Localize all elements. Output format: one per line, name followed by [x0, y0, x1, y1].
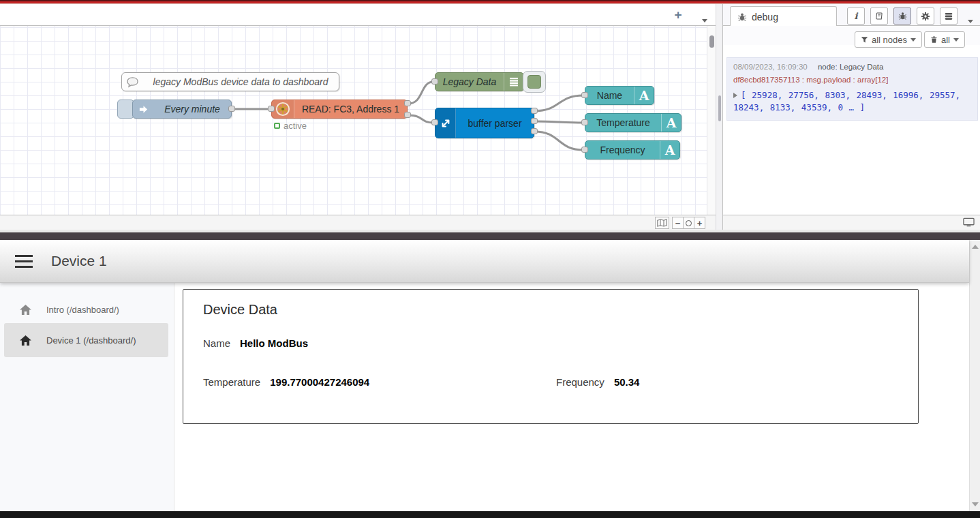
screen: + legacy ModBus device data to dashboard [0, 0, 980, 518]
canvas-vertical-scrollbar[interactable] [707, 26, 716, 215]
comment-node[interactable]: legacy ModBus device data to dashboard [121, 72, 339, 91]
zoom-out-button[interactable]: − [672, 217, 684, 229]
debug-filter-button[interactable]: all nodes [855, 31, 922, 48]
canvas-scroll-thumb[interactable] [709, 35, 714, 48]
debug-enable-toggle-state [527, 75, 541, 89]
scroll-up-arrow[interactable] [972, 245, 979, 249]
zoom-in-button[interactable]: + [694, 217, 705, 229]
editor-tab-bar: + [0, 4, 716, 26]
field-value: Hello ModBus [240, 337, 308, 349]
inject-output-port[interactable] [228, 106, 235, 112]
debug-enable-toggle[interactable] [523, 71, 546, 93]
ui-frequency-input-port[interactable] [581, 147, 588, 153]
debug-filter-label: all nodes [872, 35, 907, 45]
parser-output-port-3[interactable] [531, 128, 538, 134]
text-a-icon: A [661, 114, 681, 132]
debug-message[interactable]: 08/09/2023, 16:09:30 node: Legacy Data d… [726, 57, 978, 121]
debug-filter-bar: all nodes all [723, 26, 980, 45]
field-frequency: Frequency50.34 [556, 376, 639, 388]
zoom-reset-icon [686, 220, 692, 226]
expand-arrows-icon [435, 108, 456, 138]
debug-sidebar-button[interactable] [893, 7, 911, 25]
debug-msg-payload[interactable]: [ 25928, 27756, 8303, 28493, 16996, 2955… [733, 89, 973, 114]
ui-text-node-name[interactable]: Name A [585, 86, 654, 105]
bug-icon [898, 12, 907, 20]
dashboard-header: Device 1 [0, 240, 969, 283]
flow-list-caret-icon[interactable] [702, 13, 707, 25]
splitter-grip[interactable] [718, 95, 721, 121]
parser-input-port[interactable] [431, 119, 438, 125]
chevron-down-icon [953, 38, 959, 42]
chevron-down-icon [910, 38, 916, 42]
field-name: NameHello ModBus [203, 337, 308, 349]
zoom-reset-button[interactable] [683, 217, 694, 229]
sidebar-menu-caret-icon[interactable] [968, 14, 973, 26]
nav-item-intro[interactable]: Intro (/dashboard/) [4, 292, 168, 326]
ui-name-input-port[interactable] [581, 92, 588, 98]
config-nodes-button[interactable] [917, 7, 934, 25]
ui-text-node-temperature[interactable]: Temperature A [585, 113, 682, 132]
context-data-button[interactable] [940, 7, 958, 25]
device-data-card: Device Data NameHello ModBus Temperature… [183, 289, 919, 424]
scroll-down-arrow[interactable] [972, 502, 979, 506]
modbus-read-label: READ: FC3, Address 1 [294, 104, 407, 115]
modbus-read-node[interactable]: READ: FC3, Address 1 [271, 100, 408, 119]
modbus-read-output-port-1[interactable] [404, 100, 411, 106]
add-flow-button[interactable]: + [669, 7, 687, 23]
parser-output-port-1[interactable] [531, 108, 538, 114]
ui-text-label: Name [585, 90, 634, 101]
inject-arrow-icon [133, 100, 153, 118]
nav-item-label: Device 1 (/dashboard/) [46, 335, 136, 346]
field-value: 199.77000427246094 [270, 376, 369, 388]
modbus-icon [272, 100, 294, 118]
window-bottom-edge [0, 511, 980, 518]
dashboard-scrollbar[interactable] [969, 240, 980, 511]
sidebar-splitter[interactable] [716, 4, 722, 230]
debug-msg-node-ref[interactable]: node: Legacy Data [818, 63, 884, 71]
parser-output-port-2[interactable] [531, 118, 538, 124]
modbus-read-status: active [274, 121, 307, 130]
modbus-read-input-port[interactable] [268, 106, 275, 112]
debug-clear-button[interactable]: all [924, 31, 965, 48]
gear-icon [921, 12, 930, 21]
ui-temperature-input-port[interactable] [581, 119, 588, 125]
field-value: 50.34 [614, 376, 640, 388]
bug-icon [737, 12, 747, 22]
nav-item-device-1[interactable]: Device 1 (/dashboard/) [4, 323, 168, 357]
card-title: Device Data [203, 302, 277, 318]
status-label: active [284, 121, 307, 131]
dashboard-title: Device 1 [51, 253, 107, 269]
map-icon [657, 219, 667, 227]
debug-node-label: Legacy Data [435, 76, 504, 87]
field-label: Temperature [203, 376, 260, 388]
open-in-window-button[interactable] [963, 217, 975, 230]
expand-caret-icon[interactable] [733, 93, 737, 98]
book-icon [875, 12, 884, 20]
inject-node-label: Every minute [153, 104, 231, 115]
info-sidebar-button[interactable]: i [847, 7, 865, 25]
buffer-parser-label: buffer parser [456, 118, 534, 129]
field-label: Name [203, 337, 230, 349]
trash-icon [930, 35, 938, 44]
debug-node-input-port[interactable] [431, 78, 438, 85]
inject-node[interactable]: Every minute [132, 100, 232, 119]
debug-node-legacy-data[interactable]: Legacy Data [435, 72, 524, 91]
speech-bubble-icon [122, 73, 142, 91]
debug-msg-timestamp: 08/09/2023, 16:09:30 [733, 63, 808, 71]
sidebar-footer [722, 215, 980, 230]
help-sidebar-button[interactable] [870, 7, 888, 25]
field-temperature: Temperature199.77000427246094 [203, 376, 369, 388]
buffer-parser-node[interactable]: buffer parser [435, 108, 534, 138]
modbus-read-output-port-2[interactable] [404, 112, 411, 118]
tab-debug-label: debug [752, 12, 778, 22]
dashboard-nav-sidebar: Intro (/dashboard/) Device 1 (/dashboard… [0, 283, 174, 511]
tab-debug[interactable]: debug [730, 6, 837, 27]
flow-canvas[interactable]: legacy ModBus device data to dashboard E… [0, 26, 707, 215]
ui-text-node-frequency[interactable]: Frequency A [585, 140, 680, 159]
field-label: Frequency [556, 376, 604, 388]
window-divider [0, 230, 980, 240]
text-a-icon: A [660, 141, 679, 159]
navigator-map-button[interactable] [655, 217, 669, 229]
menu-hamburger-icon[interactable] [15, 255, 33, 268]
nav-item-label: Intro (/dashboard/) [46, 305, 119, 315]
